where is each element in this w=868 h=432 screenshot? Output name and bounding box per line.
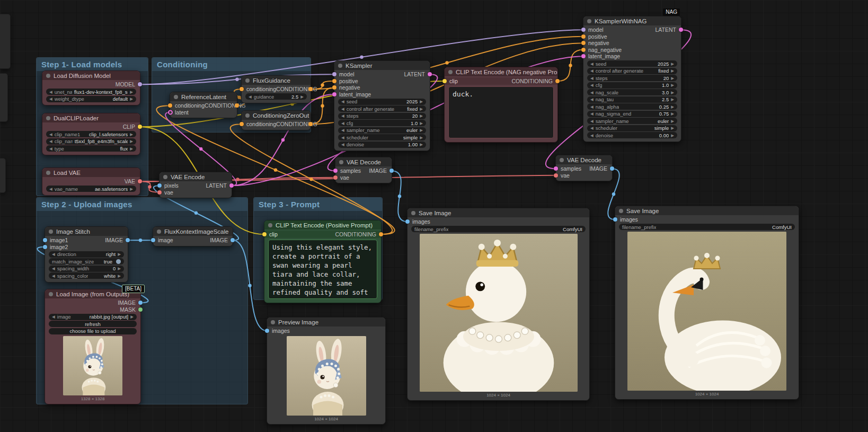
- output-port-latent[interactable]: [428, 72, 432, 76]
- collapse-dot-icon[interactable]: [411, 211, 415, 215]
- decrement-arrow-icon[interactable]: ◀: [590, 119, 594, 124]
- increment-arrow-icon[interactable]: ▶: [671, 68, 674, 73]
- output-port-vae[interactable]: [138, 179, 142, 183]
- output-port-conditioning[interactable]: [308, 122, 313, 126]
- decrement-arrow-icon[interactable]: ◀: [341, 128, 344, 133]
- control-after-generate-widget[interactable]: ◀control after generatefixed▶: [338, 105, 426, 112]
- node-titlebar[interactable]: FluxKontextImageScale: [153, 227, 233, 236]
- input-port-negative[interactable]: [581, 41, 586, 45]
- decrement-arrow-icon[interactable]: ◀: [52, 314, 55, 319]
- collapse-dot-icon[interactable]: [49, 292, 53, 296]
- node-titlebar[interactable]: ConditioningZeroOut: [242, 111, 311, 120]
- choose-file-to-upload-button[interactable]: choose file to upload: [49, 328, 137, 334]
- nag-tau-widget[interactable]: ◀nag_tau2.5▶: [587, 96, 677, 103]
- node-titlebar[interactable]: Image Stitch: [45, 227, 128, 236]
- guidance-widget[interactable]: ◀guidance2.5▶: [245, 93, 307, 100]
- filename-prefix-widget[interactable]: filename_prefixComfyUI: [619, 224, 795, 230]
- decrement-arrow-icon[interactable]: ◀: [49, 146, 52, 151]
- node-titlebar[interactable]: CLIP Text Encode (NAG negative Prompt): [445, 67, 557, 76]
- decrement-arrow-icon[interactable]: ◀: [341, 107, 344, 111]
- increment-arrow-icon[interactable]: ▶: [130, 132, 133, 137]
- decrement-arrow-icon[interactable]: ◀: [341, 121, 344, 126]
- node-load-diffusion-model[interactable]: Load Diffusion ModelMODEL◀unet_nameflux1…: [42, 70, 140, 105]
- decrement-arrow-icon[interactable]: ◀: [49, 139, 52, 144]
- increment-arrow-icon[interactable]: ▶: [420, 107, 423, 111]
- collapse-dot-icon[interactable]: [174, 95, 178, 99]
- input-port-positive[interactable]: [581, 34, 586, 39]
- collapse-dot-icon[interactable]: [46, 74, 50, 78]
- input-port-negative[interactable]: [332, 85, 336, 90]
- image-widget[interactable]: ◀imagerabbit.jpg [output]▶: [49, 314, 137, 320]
- increment-arrow-icon[interactable]: ▶: [671, 111, 674, 116]
- decrement-arrow-icon[interactable]: ◀: [341, 135, 344, 140]
- decrement-arrow-icon[interactable]: ◀: [590, 97, 594, 102]
- node-titlebar[interactable]: Load VAE: [42, 168, 140, 177]
- increment-arrow-icon[interactable]: ▶: [420, 128, 423, 133]
- decrement-arrow-icon[interactable]: ◀: [590, 126, 594, 130]
- input-port-latent-image[interactable]: [332, 92, 336, 96]
- node-vae-decode[interactable]: VAE DecodesamplesIMAGEvae: [555, 155, 613, 181]
- prompt-textarea[interactable]: Using this elegant style, create a portr…: [268, 240, 377, 299]
- output-port-model[interactable]: [138, 82, 142, 86]
- steps-widget[interactable]: ◀steps20▶: [587, 75, 677, 81]
- node-load-vae[interactable]: Load VAEVAE◀vae_nameae.safetensors▶: [42, 167, 140, 196]
- weight-dtype-widget[interactable]: ◀weight_dtypedefault▶: [46, 96, 136, 102]
- input-port-image[interactable]: [151, 238, 155, 242]
- node-titlebar[interactable]: CLIP Text Encode (Positive Prompt): [264, 221, 381, 230]
- scheduler-widget[interactable]: ◀schedulersimple▶: [338, 134, 426, 140]
- node-vae-encode[interactable]: VAE EncodepixelsLATENTvae: [159, 172, 232, 198]
- node-titlebar[interactable]: Preview Image: [267, 318, 385, 327]
- decrement-arrow-icon[interactable]: ◀: [49, 187, 52, 191]
- sampler-name-widget[interactable]: ◀sampler_nameeuler▶: [338, 127, 426, 134]
- input-port-nag-negative[interactable]: [581, 48, 586, 52]
- decrement-arrow-icon[interactable]: ◀: [590, 61, 594, 66]
- collapse-dot-icon[interactable]: [268, 223, 272, 227]
- scheduler-widget[interactable]: ◀schedulersimple▶: [587, 125, 677, 131]
- output-port-image[interactable]: [389, 169, 394, 173]
- node-titlebar[interactable]: Save Image: [408, 208, 589, 217]
- increment-arrow-icon[interactable]: ▶: [420, 135, 423, 140]
- increment-arrow-icon[interactable]: ▶: [130, 139, 133, 144]
- decrement-arrow-icon[interactable]: ◀: [590, 83, 594, 87]
- cfg-widget[interactable]: ◀cfg1.0▶: [338, 120, 426, 126]
- decrement-arrow-icon[interactable]: ◀: [52, 252, 55, 257]
- collapse-dot-icon[interactable]: [448, 70, 453, 74]
- decrement-arrow-icon[interactable]: ◀: [52, 266, 55, 271]
- output-port-latent[interactable]: [229, 183, 234, 188]
- input-port-vae[interactable]: [333, 175, 338, 180]
- refresh-button[interactable]: refresh: [49, 321, 137, 327]
- input-port-samples[interactable]: [333, 169, 338, 173]
- input-port-conditioning[interactable]: [168, 103, 172, 108]
- increment-arrow-icon[interactable]: ▶: [671, 90, 674, 95]
- collapse-dot-icon[interactable]: [163, 175, 167, 179]
- input-port-clip[interactable]: [262, 232, 267, 236]
- input-port-conditioning[interactable]: [240, 122, 244, 126]
- collapse-dot-icon[interactable]: [49, 230, 53, 234]
- input-port-samples[interactable]: [554, 166, 558, 171]
- decrement-arrow-icon[interactable]: ◀: [341, 99, 344, 104]
- input-port-image1[interactable]: [43, 238, 47, 242]
- input-port-image2[interactable]: [43, 245, 47, 249]
- node-titlebar[interactable]: Load Diffusion Model: [42, 71, 140, 80]
- increment-arrow-icon[interactable]: ▶: [130, 96, 133, 101]
- output-port-latent[interactable]: [679, 28, 683, 32]
- node-load-image-from-outputs[interactable]: [BETA]Load Image (from Outputs)IMAGEMASK…: [45, 289, 141, 404]
- node-save-image[interactable]: Save Imageimagesfilename_prefixComfyUI10…: [615, 206, 799, 400]
- toggle-knob[interactable]: [116, 259, 121, 264]
- collapse-dot-icon[interactable]: [619, 209, 623, 213]
- seed-widget[interactable]: ◀seed2025▶: [338, 99, 426, 105]
- nag-scale-widget[interactable]: ◀nag_scale3.0▶: [587, 89, 677, 95]
- decrement-arrow-icon[interactable]: ◀: [49, 132, 52, 137]
- sampler-name-widget[interactable]: ◀sampler_nameeuler▶: [587, 118, 677, 124]
- node-titlebar[interactable]: KSamplerWithNAG: [583, 16, 681, 25]
- collapse-dot-icon[interactable]: [560, 158, 564, 162]
- increment-arrow-icon[interactable]: ▶: [300, 94, 304, 99]
- increment-arrow-icon[interactable]: ▶: [671, 76, 674, 81]
- decrement-arrow-icon[interactable]: ◀: [249, 94, 252, 99]
- increment-arrow-icon[interactable]: ▶: [130, 146, 133, 151]
- collapse-dot-icon[interactable]: [587, 19, 591, 23]
- node-titlebar[interactable]: DualCLIPLoader: [42, 113, 140, 122]
- nag-sigma-end-widget[interactable]: ◀nag_sigma_end0.75▶: [587, 111, 677, 117]
- input-port-model[interactable]: [332, 72, 336, 76]
- input-port-clip[interactable]: [442, 79, 447, 83]
